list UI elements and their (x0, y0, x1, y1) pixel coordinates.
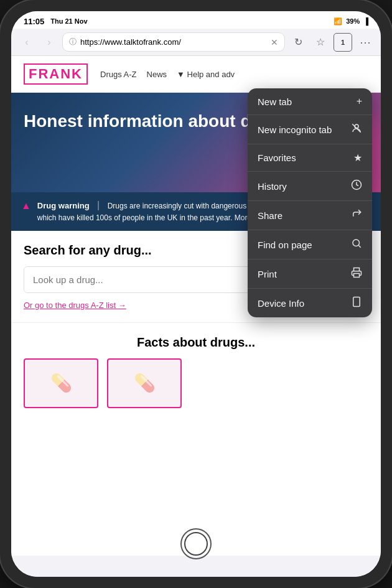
menu-item-incognito[interactable]: New incognito tab (248, 115, 372, 144)
device: 11:05 Thu 21 Nov 📶 39% ▐ ‹ › ⓘ https://w… (0, 0, 392, 588)
menu-item-print[interactable]: Print (248, 259, 372, 289)
browser-chrome: ‹ › ⓘ https://www.talktofrank.com/ ✕ ↻ ☆… (11, 29, 381, 56)
menu-print-label: Print (258, 269, 277, 279)
menu-find-icon (351, 238, 362, 251)
svg-rect-6 (353, 297, 360, 307)
back-button[interactable]: ‹ (17, 33, 36, 52)
more-button[interactable]: ⋯ (356, 33, 375, 52)
secure-icon: ⓘ (69, 37, 77, 47)
address-bar-row: ‹ › ⓘ https://www.talktofrank.com/ ✕ ↻ ☆… (11, 29, 381, 55)
forward-button[interactable]: › (40, 33, 58, 52)
tabs-button[interactable]: 1 (334, 33, 352, 52)
menu-item-favorites[interactable]: Favorites ★ (248, 144, 372, 172)
wifi-icon: 📶 (334, 17, 342, 26)
menu-device-info-icon (351, 296, 362, 310)
bookmark-button[interactable]: ☆ (311, 33, 330, 52)
clear-url-button[interactable]: ✕ (271, 37, 278, 47)
menu-item-share[interactable]: Share (248, 201, 372, 230)
status-date: Thu 21 Nov (50, 17, 87, 25)
menu-history-icon (351, 179, 362, 193)
website-content: FRANK Drugs A-Z News ▼ Help and adv Hone… (11, 56, 381, 556)
menu-share-label: Share (258, 210, 282, 221)
battery-icon: ▐ (363, 17, 368, 25)
menu-item-find-on-page[interactable]: Find on page (248, 230, 372, 259)
battery-text: 39% (346, 17, 360, 25)
menu-incognito-label: New incognito tab (258, 124, 332, 135)
url-text: https://www.talktofrank.com/ (80, 37, 267, 47)
menu-print-icon (351, 267, 362, 281)
menu-history-label: History (258, 181, 287, 192)
home-indicator-area (11, 556, 381, 577)
menu-incognito-icon (351, 123, 362, 136)
reload-button[interactable]: ↻ (289, 33, 307, 52)
address-bar[interactable]: ⓘ https://www.talktofrank.com/ ✕ (62, 32, 285, 52)
status-time: 11:05 (24, 17, 44, 26)
menu-share-icon (351, 208, 362, 222)
svg-line-4 (358, 245, 360, 247)
device-screen: 11:05 Thu 21 Nov 📶 39% ▐ ‹ › ⓘ https://w… (11, 11, 381, 577)
tabs-count: 1 (341, 39, 345, 46)
menu-device-info-label: Device Info (258, 298, 304, 309)
dropdown-overlay: New tab + New incognito tab (11, 56, 381, 556)
status-icons: 📶 39% ▐ (334, 17, 368, 26)
svg-line-1 (352, 124, 361, 133)
svg-point-3 (353, 240, 360, 246)
menu-favorites-label: Favorites (258, 152, 296, 163)
menu-item-history[interactable]: History (248, 172, 372, 201)
status-bar: 11:05 Thu 21 Nov 📶 39% ▐ (11, 11, 381, 29)
menu-item-new-tab[interactable]: New tab + (248, 88, 372, 115)
dropdown-menu: New tab + New incognito tab (248, 88, 372, 317)
menu-new-tab-icon: + (357, 96, 362, 107)
menu-find-label: Find on page (258, 240, 312, 250)
menu-favorites-icon: ★ (353, 152, 362, 164)
svg-rect-5 (354, 274, 360, 278)
menu-new-tab-label: New tab (258, 96, 292, 107)
menu-item-device-info[interactable]: Device Info (248, 289, 372, 317)
